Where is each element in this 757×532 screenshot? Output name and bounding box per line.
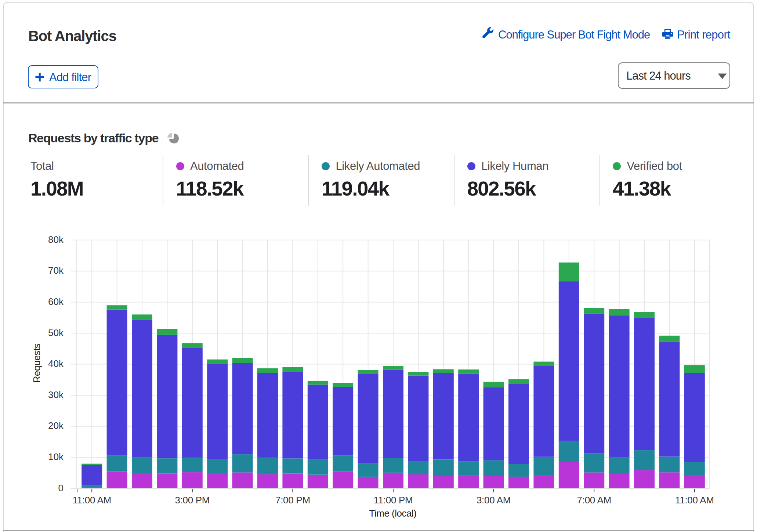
svg-text:20k: 20k [48,420,64,431]
svg-text:40k: 40k [48,358,64,369]
svg-text:11:00 PM: 11:00 PM [374,495,413,506]
svg-text:7:00 PM: 7:00 PM [275,495,310,506]
svg-text:60k: 60k [48,296,64,307]
svg-text:3:00 AM: 3:00 AM [477,495,511,506]
svg-text:Time (local): Time (local) [369,508,417,519]
svg-text:80k: 80k [48,234,64,245]
svg-text:11:00 AM: 11:00 AM [72,495,111,506]
svg-text:10k: 10k [48,451,64,462]
svg-text:3:00 PM: 3:00 PM [175,495,210,506]
svg-text:7:00 AM: 7:00 AM [577,495,611,506]
svg-text:0: 0 [58,482,64,493]
svg-text:50k: 50k [48,327,64,338]
svg-text:70k: 70k [48,265,64,276]
svg-text:11:00 AM: 11:00 AM [675,495,714,506]
svg-text:Requests: Requests [31,343,42,383]
svg-text:30k: 30k [48,389,64,400]
